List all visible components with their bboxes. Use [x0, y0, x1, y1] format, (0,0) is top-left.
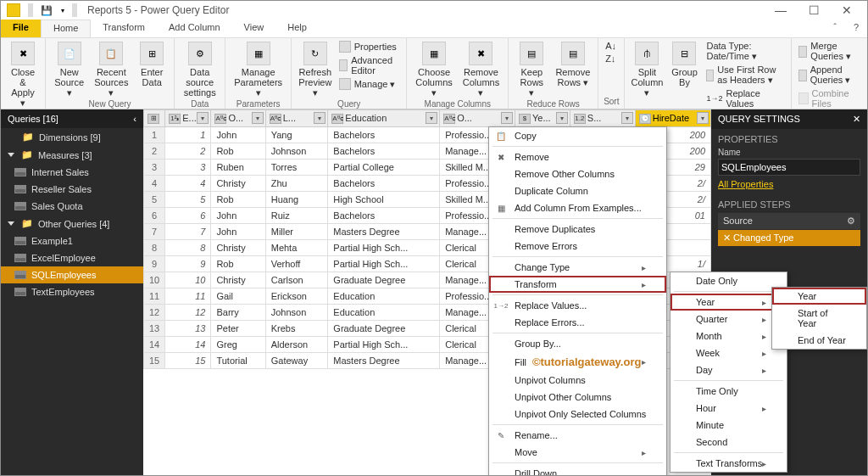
column-header[interactable]: 🕒HireDate▾	[635, 110, 710, 127]
query-folder[interactable]: 📁Measures [3]	[1, 146, 143, 164]
type-icon[interactable]: 🕒	[639, 114, 651, 124]
menu-fill[interactable]: Fill©tutorialgateway.org▸	[489, 352, 666, 372]
filter-dropdown-icon[interactable]: ▾	[314, 112, 326, 124]
group-by-button[interactable]: ⊟GroupBy	[667, 40, 701, 89]
remove-rows-button[interactable]: ▤RemoveRows ▾	[554, 40, 593, 89]
refresh-preview-button[interactable]: ↻RefreshPreview ▾	[297, 40, 334, 99]
column-header[interactable]: ⊞	[144, 110, 165, 127]
collapse-ribbon-icon[interactable]: ˆ	[825, 20, 845, 37]
filter-dropdown-icon[interactable]: ▾	[621, 112, 633, 124]
menu-drill-down[interactable]: Drill Down	[489, 465, 666, 476]
tab-home[interactable]: Home	[41, 20, 91, 37]
menu-transform[interactable]: Transform▸	[489, 276, 666, 293]
submenu-end-of-year[interactable]: End of Year	[772, 332, 866, 349]
tab-file[interactable]: File	[1, 20, 41, 37]
query-item[interactable]: Example1	[1, 232, 143, 249]
menu-replace-values[interactable]: 1→2Replace Values...	[489, 297, 666, 314]
submenu-date-only[interactable]: Date Only	[670, 272, 787, 289]
tab-help[interactable]: Help	[275, 20, 319, 37]
table-icon[interactable]: ⊞	[147, 114, 159, 124]
query-item[interactable]: Internet Sales	[1, 164, 143, 181]
submenu-year[interactable]: Year▸	[670, 294, 787, 311]
data-type-button[interactable]: Data Type: Date/Time ▾	[704, 40, 785, 63]
manage-button[interactable]: Manage ▾	[337, 77, 402, 91]
tab-view[interactable]: View	[232, 20, 276, 37]
filter-dropdown-icon[interactable]: ▾	[556, 112, 568, 124]
filter-dropdown-icon[interactable]: ▾	[697, 112, 709, 124]
submenu-week[interactable]: Week▸	[670, 344, 787, 361]
query-item[interactable]: TextEmployees	[1, 283, 143, 300]
replace-values-button[interactable]: 1→2Replace Values	[704, 87, 785, 109]
menu-unpivot-other[interactable]: Unpivot Other Columns	[489, 389, 666, 406]
type-icon[interactable]: 1.2	[574, 114, 586, 124]
menu-remove-dup[interactable]: Remove Duplicates	[489, 221, 666, 238]
combine-files-button[interactable]: Combine Files	[797, 87, 862, 109]
merge-queries-button[interactable]: Merge Queries ▾	[797, 40, 862, 63]
sort-desc-button[interactable]: Z↓	[604, 53, 618, 64]
column-header[interactable]: 1²₃E...▾	[165, 110, 211, 127]
properties-button[interactable]: Properties	[337, 40, 402, 53]
choose-columns-button[interactable]: ▦ChooseColumns ▾	[412, 40, 455, 99]
close-settings-icon[interactable]: ✕	[853, 114, 860, 125]
split-column-button[interactable]: ⫛SplitColumn ▾	[630, 40, 664, 99]
menu-add-example[interactable]: ▦Add Column From Examples...	[489, 199, 666, 216]
menu-remove[interactable]: ✖Remove	[489, 148, 666, 165]
menu-duplicate[interactable]: Duplicate Column	[489, 182, 666, 199]
filter-dropdown-icon[interactable]: ▾	[426, 112, 437, 124]
filter-dropdown-icon[interactable]: ▾	[252, 112, 264, 124]
collapse-queries-icon[interactable]: ‹	[133, 114, 136, 124]
type-icon[interactable]: Aᴮᴄ	[270, 114, 281, 124]
filter-dropdown-icon[interactable]: ▾	[197, 112, 209, 124]
applied-step[interactable]: ✕ Changed Type	[718, 230, 860, 246]
type-icon[interactable]: Aᴮᴄ	[331, 114, 343, 124]
keep-rows-button[interactable]: ▤KeepRows ▾	[514, 40, 549, 99]
menu-remove-other[interactable]: Remove Other Columns	[489, 165, 666, 182]
menu-replace-errors[interactable]: Replace Errors...	[489, 314, 666, 331]
save-icon[interactable]: 💾	[38, 5, 55, 16]
manage-parameters-button[interactable]: ▦ManageParameters ▾	[231, 40, 286, 99]
new-source-button[interactable]: 📄NewSource ▾	[51, 40, 87, 99]
enter-data-button[interactable]: ⊞EnterData	[135, 40, 169, 89]
submenu-time-only[interactable]: Time Only	[670, 383, 787, 400]
type-icon[interactable]: Aᴮᴄ	[443, 114, 455, 124]
close-button[interactable]: ✕	[837, 3, 857, 17]
help-icon[interactable]: ?	[845, 20, 867, 37]
query-folder[interactable]: 📁Other Queries [4]	[1, 215, 143, 232]
column-header[interactable]: AᴮᴄO...▾	[440, 110, 515, 127]
submenu-text-transforms[interactable]: Text Transforms▸	[670, 455, 787, 472]
type-icon[interactable]: 1²₃	[169, 114, 181, 124]
append-queries-button[interactable]: Append Queries ▾	[797, 64, 862, 87]
maximize-button[interactable]: ☐	[804, 3, 825, 17]
menu-remove-err[interactable]: Remove Errors	[489, 238, 666, 255]
submenu-year-year[interactable]: Year	[772, 288, 866, 305]
close-apply-button[interactable]: ✖Close &Apply ▾	[6, 40, 40, 109]
column-header[interactable]: $Ye...▾	[515, 110, 570, 127]
menu-unpivot[interactable]: Unpivot Columns	[489, 372, 666, 389]
gear-icon[interactable]: ⚙	[847, 216, 855, 227]
remove-columns-button[interactable]: ✖RemoveColumns ▾	[459, 40, 503, 99]
data-source-settings-button[interactable]: ⚙Data sourcesettings	[180, 40, 220, 99]
submenu-hour[interactable]: Hour▸	[670, 400, 787, 417]
applied-step[interactable]: Source⚙	[718, 213, 860, 229]
submenu-day[interactable]: Day▸	[670, 361, 787, 378]
menu-group-by[interactable]: Group By...	[489, 335, 666, 352]
query-item[interactable]: Reseller Sales	[1, 181, 143, 198]
minimize-button[interactable]: —	[770, 3, 792, 17]
query-item[interactable]: ExcelEmployee	[1, 249, 143, 266]
column-header[interactable]: AᴮᴄO...▾	[211, 110, 265, 127]
query-item[interactable]: Sales Quota	[1, 198, 143, 215]
menu-move[interactable]: Move▸	[489, 444, 666, 461]
submenu-month[interactable]: Month▸	[670, 328, 787, 344]
menu-unpivot-selected[interactable]: Unpivot Only Selected Columns	[489, 406, 666, 423]
menu-copy[interactable]: 📋Copy	[489, 127, 666, 144]
recent-sources-button[interactable]: 📋RecentSources ▾	[91, 40, 131, 99]
menu-rename[interactable]: ✎Rename...	[489, 427, 666, 444]
filter-dropdown-icon[interactable]: ▾	[501, 112, 513, 124]
all-properties-link[interactable]: All Properties	[718, 179, 773, 189]
sort-asc-button[interactable]: A↓	[604, 40, 618, 52]
submenu-minute[interactable]: Minute	[670, 417, 787, 434]
first-row-headers-button[interactable]: Use First Row as Headers ▾	[704, 64, 785, 87]
dropdown-icon[interactable]: ▾	[58, 7, 67, 14]
tab-transform[interactable]: Transform	[91, 20, 157, 37]
menu-change-type[interactable]: Change Type▸	[489, 259, 666, 276]
